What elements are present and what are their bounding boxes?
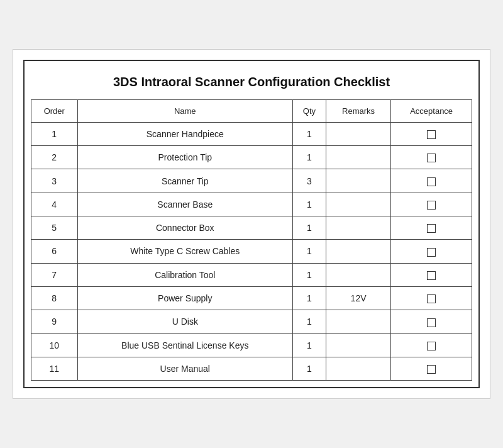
checklist-outer-border: 3DS Intraoral Scanner Configuration Chec… xyxy=(23,60,480,388)
acceptance-checkbox[interactable] xyxy=(427,224,436,233)
cell-remarks xyxy=(326,169,390,193)
cell-order: 2 xyxy=(31,146,78,169)
col-header-name: Name xyxy=(77,99,292,122)
cell-order: 8 xyxy=(31,286,78,310)
cell-acceptance[interactable] xyxy=(391,146,472,169)
cell-name: Calibration Tool xyxy=(77,263,292,286)
cell-remarks xyxy=(326,310,390,333)
cell-qty: 1 xyxy=(293,216,326,240)
cell-order: 1 xyxy=(31,122,78,145)
cell-name: U Disk xyxy=(77,310,292,333)
acceptance-checkbox[interactable] xyxy=(427,154,436,162)
cell-name: Connector Box xyxy=(77,216,292,240)
acceptance-checkbox[interactable] xyxy=(427,248,436,257)
checklist-container: 3DS Intraoral Scanner Configuration Chec… xyxy=(13,49,490,399)
cell-remarks xyxy=(326,263,390,286)
col-header-qty: Qty xyxy=(293,99,326,122)
cell-acceptance[interactable] xyxy=(391,310,472,333)
table-row: 7Calibration Tool1 xyxy=(31,263,472,286)
cell-acceptance[interactable] xyxy=(391,240,472,263)
table-row: 5Connector Box1 xyxy=(31,216,472,240)
cell-remarks xyxy=(326,122,390,145)
cell-qty: 1 xyxy=(293,240,326,263)
cell-acceptance[interactable] xyxy=(391,333,472,357)
cell-order: 10 xyxy=(31,333,78,357)
cell-remarks xyxy=(326,333,390,357)
cell-qty: 1 xyxy=(293,333,326,357)
cell-qty: 1 xyxy=(293,146,326,169)
cell-remarks xyxy=(326,146,390,169)
table-header-row: Order Name Qty Remarks Acceptance xyxy=(31,99,472,122)
cell-acceptance[interactable] xyxy=(391,169,472,193)
col-header-acceptance: Acceptance xyxy=(391,99,472,122)
cell-qty: 1 xyxy=(293,122,326,145)
cell-acceptance[interactable] xyxy=(391,216,472,240)
cell-order: 9 xyxy=(31,310,78,333)
checklist-title: 3DS Intraoral Scanner Configuration Chec… xyxy=(31,67,472,99)
table-row: 1Scanner Handpiece1 xyxy=(31,122,472,145)
acceptance-checkbox[interactable] xyxy=(427,177,436,186)
cell-order: 7 xyxy=(31,263,78,286)
cell-name: Protection Tip xyxy=(77,146,292,169)
cell-qty: 3 xyxy=(293,169,326,193)
table-row: 2Protection Tip1 xyxy=(31,146,472,169)
cell-order: 5 xyxy=(31,216,78,240)
cell-name: User Manual xyxy=(77,357,292,380)
table-row: 3Scanner Tip3 xyxy=(31,169,472,193)
cell-order: 11 xyxy=(31,357,78,380)
cell-name: Blue USB Sentinal License Keys xyxy=(77,333,292,357)
cell-name: Scanner Tip xyxy=(77,169,292,193)
table-row: 11User Manual1 xyxy=(31,357,472,380)
cell-name: Scanner Base xyxy=(77,193,292,216)
cell-acceptance[interactable] xyxy=(391,286,472,310)
cell-acceptance[interactable] xyxy=(391,122,472,145)
cell-order: 4 xyxy=(31,193,78,216)
cell-acceptance[interactable] xyxy=(391,357,472,380)
cell-remarks xyxy=(326,216,390,240)
cell-order: 3 xyxy=(31,169,78,193)
col-header-order: Order xyxy=(31,99,78,122)
col-header-remarks: Remarks xyxy=(326,99,390,122)
cell-name: Power Supply xyxy=(77,286,292,310)
cell-qty: 1 xyxy=(293,263,326,286)
acceptance-checkbox[interactable] xyxy=(427,130,436,139)
cell-acceptance[interactable] xyxy=(391,263,472,286)
cell-name: Scanner Handpiece xyxy=(77,122,292,145)
table-row: 6White Type C Screw Cables1 xyxy=(31,240,472,263)
cell-remarks: 12V xyxy=(326,286,390,310)
table-row: 4Scanner Base1 xyxy=(31,193,472,216)
cell-qty: 1 xyxy=(293,193,326,216)
acceptance-checkbox[interactable] xyxy=(427,271,436,280)
cell-name: White Type C Screw Cables xyxy=(77,240,292,263)
cell-order: 6 xyxy=(31,240,78,263)
cell-qty: 1 xyxy=(293,286,326,310)
cell-remarks xyxy=(326,357,390,380)
cell-qty: 1 xyxy=(293,357,326,380)
acceptance-checkbox[interactable] xyxy=(427,294,436,303)
acceptance-checkbox[interactable] xyxy=(427,342,436,350)
cell-remarks xyxy=(326,193,390,216)
table-row: 10Blue USB Sentinal License Keys1 xyxy=(31,333,472,357)
acceptance-checkbox[interactable] xyxy=(427,365,436,374)
cell-remarks xyxy=(326,240,390,263)
cell-qty: 1 xyxy=(293,310,326,333)
table-row: 9U Disk1 xyxy=(31,310,472,333)
cell-acceptance[interactable] xyxy=(391,193,472,216)
checklist-table: Order Name Qty Remarks Acceptance 1Scann… xyxy=(31,99,472,381)
acceptance-checkbox[interactable] xyxy=(427,201,436,210)
acceptance-checkbox[interactable] xyxy=(427,318,436,327)
table-row: 8Power Supply112V xyxy=(31,286,472,310)
